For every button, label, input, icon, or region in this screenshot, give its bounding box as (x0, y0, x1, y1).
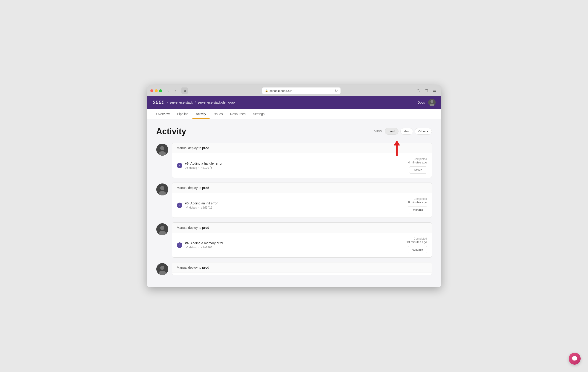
status-label-1: Completed (408, 157, 427, 161)
lock-icon: 🔒 (265, 89, 268, 92)
deploy-text-4: Manual deploy to prod (177, 266, 210, 269)
svg-rect-2 (433, 91, 436, 91)
share-button[interactable] (415, 87, 421, 94)
window-mode-button[interactable]: ⊞ (181, 87, 188, 94)
breadcrumb-sep-2: / (195, 100, 196, 104)
deploy-env-3: prod (202, 226, 209, 229)
version-meta-1: ⎇ debug • 4e129f5 (185, 166, 405, 169)
commit-2: c3d3f11 (201, 206, 212, 209)
deploy-env-1: prod (202, 146, 209, 150)
active-button-1[interactable]: Active (409, 166, 427, 174)
activity-card-4: Manual deploy to prod (172, 262, 432, 275)
activity-avatar-2 (156, 184, 168, 196)
activity-card-body-2: ✓ v5 Adding an init error ⎇ debug • c3d3… (172, 193, 432, 217)
check-icon-3: ✓ (177, 242, 182, 248)
svg-point-17 (160, 266, 164, 270)
activity-avatar-3 (156, 223, 168, 235)
tab-overview[interactable]: Overview (153, 109, 173, 119)
activity-card-header-4: Manual deploy to prod (172, 262, 432, 273)
activity-card-body-1: ✓ v6 Adding a handler error ⎇ debug • 4e… (172, 153, 432, 178)
git-icon-3: ⎇ (185, 246, 188, 249)
address-bar[interactable]: 🔒 console.seed.run ↻ (262, 87, 340, 94)
svg-rect-1 (433, 90, 436, 90)
branch-1: debug (189, 166, 197, 169)
seed-logo[interactable]: SEED (153, 100, 165, 105)
traffic-lights (150, 89, 162, 92)
forward-button[interactable]: › (172, 87, 179, 94)
rollback-button-2[interactable]: Rollback (408, 206, 427, 213)
svg-point-5 (430, 100, 433, 103)
breadcrumb-org[interactable]: serverless-stack (170, 101, 193, 104)
version-line-3: v4 Adding a memory error (185, 241, 404, 245)
deploy-text-1: Manual deploy to prod (177, 146, 210, 150)
activity-group-1: Manual deploy to prod ✓ v6 Adding a hand… (156, 143, 432, 178)
breadcrumb-app[interactable]: serverless-stack-demo-api (198, 101, 235, 104)
branch-3: debug (189, 246, 197, 249)
version-meta-2: ⎇ debug • c3d3f11 (185, 206, 405, 209)
status-time-1: Completed 4 minutes ago (408, 157, 427, 164)
docs-link[interactable]: Docs (418, 101, 425, 104)
tab-issues[interactable]: Issues (210, 109, 226, 119)
app-header: SEED › serverless-stack / serverless-sta… (147, 96, 441, 109)
git-icon-2: ⎇ (185, 206, 188, 209)
avatar[interactable] (428, 99, 436, 106)
minimize-button[interactable] (155, 89, 158, 92)
check-icon-2: ✓ (177, 203, 182, 208)
git-icon-1: ⎇ (185, 166, 188, 169)
version-info-3: v4 Adding a memory error ⎇ debug • a1a78… (185, 241, 404, 249)
tab-pipeline[interactable]: Pipeline (173, 109, 192, 119)
chevron-down-icon: ▾ (427, 130, 429, 133)
version-line-2: v5 Adding an init error (185, 201, 405, 205)
version-msg-1: Adding a handler error (190, 162, 222, 165)
filter-dev-button[interactable]: dev (400, 128, 413, 135)
activity-group-3: Manual deploy to prod ✓ v4 Adding a memo… (156, 222, 432, 258)
arrow-indicator (394, 140, 400, 156)
tab-bar (147, 94, 441, 96)
deploy-text-3: Manual deploy to prod (177, 226, 210, 229)
time-label-2: 8 minutes ago (408, 200, 427, 204)
version-num-1: v6 (185, 162, 189, 165)
duplicate-button[interactable] (423, 87, 430, 94)
main-content: Activity VIEW prod dev Other ▾ (147, 119, 441, 287)
status-time-2: Completed 8 minutes ago (408, 197, 427, 204)
activity-actions-1: Completed 4 minutes ago Active (408, 157, 427, 174)
view-label: VIEW (374, 130, 382, 133)
url-text: console.seed.run (270, 89, 292, 93)
browser-window: ‹ › ⊞ 🔒 console.seed.run ↻ (147, 85, 441, 287)
tab-settings[interactable]: Settings (249, 109, 268, 119)
header-right: Docs (418, 99, 436, 106)
deploy-env-2: prod (202, 186, 209, 190)
arrow-shaft (396, 145, 398, 156)
page-header: Activity VIEW prod dev Other ▾ (156, 127, 432, 136)
svg-rect-3 (433, 91, 436, 92)
browser-actions (415, 87, 438, 94)
activity-actions-3: Completed 13 minutes ago Rollback (407, 237, 427, 253)
reload-icon[interactable]: ↻ (335, 89, 338, 93)
rollback-button-3[interactable]: Rollback (408, 246, 427, 253)
deploy-env-4: prod (202, 266, 209, 269)
activity-card-header-1: Manual deploy to prod (172, 143, 432, 153)
chat-button[interactable] (569, 353, 581, 365)
activity-actions-2: Completed 8 minutes ago Rollback (408, 197, 427, 213)
breadcrumb-sep-1: › (167, 100, 168, 104)
more-button[interactable] (431, 87, 438, 94)
back-button[interactable]: ‹ (165, 87, 171, 94)
version-msg-2: Adding an init error (190, 201, 218, 205)
version-info-2: v5 Adding an init error ⎇ debug • c3d3f1… (185, 201, 405, 209)
tab-activity[interactable]: Activity (192, 109, 210, 119)
arrow-head (394, 140, 400, 145)
svg-point-11 (160, 186, 164, 190)
svg-rect-0 (425, 90, 427, 92)
version-msg-3: Adding a memory error (190, 241, 223, 245)
time-label-3: 13 minutes ago (407, 240, 427, 244)
maximize-button[interactable] (159, 89, 162, 92)
close-button[interactable] (150, 89, 153, 92)
activity-card-header-2: Manual deploy to prod (172, 183, 432, 193)
commit-3: a1a7860 (201, 246, 212, 249)
version-info-1: v6 Adding a handler error ⎇ debug • 4e12… (185, 162, 405, 169)
filter-prod-button[interactable]: prod (385, 128, 399, 135)
nav-buttons: ‹ › (165, 87, 179, 94)
tab-resources[interactable]: Resources (227, 109, 249, 119)
filter-other-button[interactable]: Other ▾ (415, 128, 432, 135)
check-icon-1: ✓ (177, 163, 182, 168)
